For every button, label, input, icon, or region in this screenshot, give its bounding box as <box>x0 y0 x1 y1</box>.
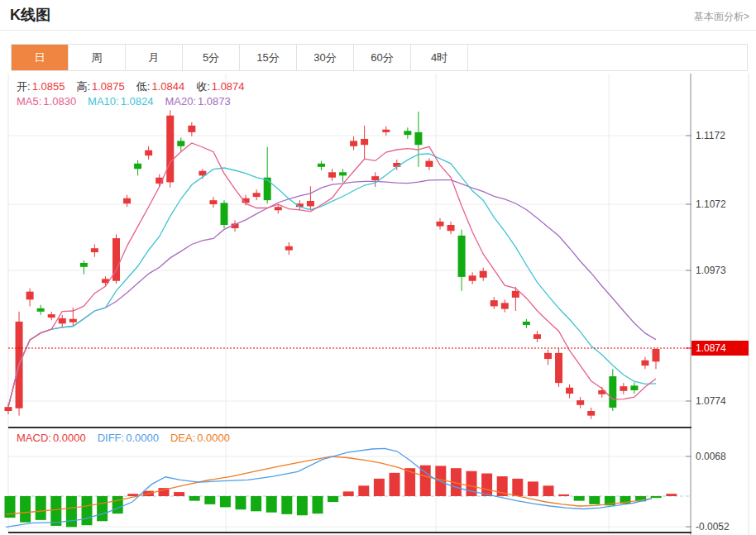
y-axis-tick-label: 1.1072 <box>696 198 726 210</box>
legend-item: MA20:1.0873 <box>165 95 230 107</box>
tab-week[interactable]: 周 <box>69 45 126 70</box>
legend-item: 收:1.0874 <box>196 80 244 93</box>
legend-item: 低:1.0844 <box>136 80 184 93</box>
y-axis-tick-label: 1.0973 <box>696 265 726 276</box>
ma-legend: MA5:1.0830MA10:1.0824MA20:1.0873 <box>17 95 242 107</box>
tab-month[interactable]: 月 <box>126 45 183 70</box>
y-axis-tick-label: -0.0052 <box>696 521 730 533</box>
y-axis-tick-label: 1.0774 <box>696 395 726 407</box>
legend-item: 高:1.0875 <box>76 80 124 93</box>
header-divider <box>0 30 756 31</box>
page-title: K线图 <box>10 5 50 25</box>
tab-30min[interactable]: 30分 <box>297 45 354 70</box>
y-axis-tick-label: 0.0068 <box>696 451 726 462</box>
y-axis-tick-label: 1.1172 <box>696 130 725 141</box>
macd-legend: MACD:0.0000DIFF:0.0000DEA:0.0000 <box>17 432 242 444</box>
tabbar-filler <box>468 45 747 70</box>
legend-item: 开:1.0855 <box>17 80 65 93</box>
legend-item: MACD:0.0000 <box>17 432 86 444</box>
kline-page: { "page": { "title": "K线图", "link": "基本面… <box>0 0 756 535</box>
y-axis-tick-label: 1.0874 <box>696 342 726 354</box>
price-chart-canvas[interactable] <box>8 74 691 428</box>
tab-5min[interactable]: 5分 <box>183 45 240 70</box>
tab-60min[interactable]: 60分 <box>354 45 411 70</box>
interval-tabbar: 日周月5分15分30分60分4时 <box>11 44 748 71</box>
ohlc-legend: 开:1.0855高:1.0875低:1.0844收:1.0874 <box>17 79 256 94</box>
legend-item: MA10:1.0824 <box>88 95 153 107</box>
tab-day[interactable]: 日 <box>12 45 69 70</box>
tab-4hour[interactable]: 4时 <box>411 45 468 70</box>
legend-item: MA5:1.0830 <box>17 95 76 107</box>
legend-item: DEA:0.0000 <box>170 432 230 444</box>
fundamental-analysis-link[interactable]: 基本面分析> <box>694 10 749 24</box>
tab-15min[interactable]: 15分 <box>240 45 297 70</box>
legend-item: DIFF:0.0000 <box>98 432 159 444</box>
